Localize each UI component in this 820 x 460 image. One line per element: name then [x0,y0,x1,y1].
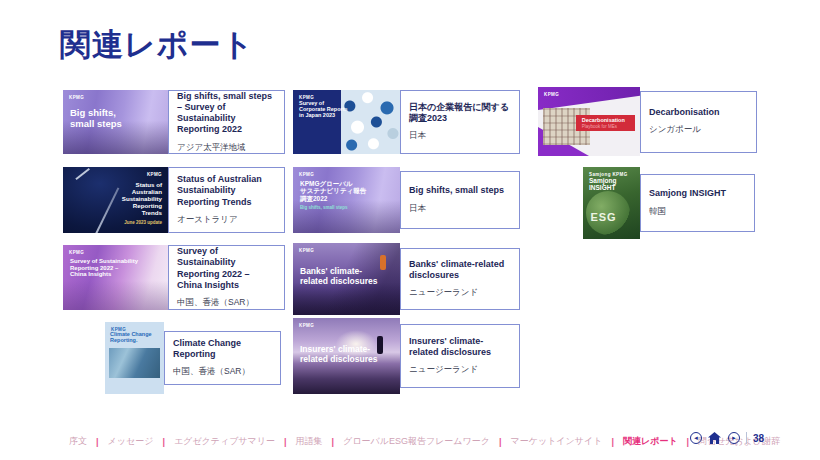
report-info: Survey of Sustainability Reporting 2022 … [168,245,285,310]
report-card-china-insights[interactable]: KPMGSurvey of SustainabilityReporting 20… [63,245,285,310]
cover-title: Status ofAustralianSustainabilityReporti… [122,182,162,225]
cover-title-line: KPMGグローバル [300,180,366,187]
report-cover-decarbonisation-sg: KPMGDecarbonisationPlaybook for MEs [538,87,640,156]
banner-title: Decarbonisation [582,117,635,123]
report-region: 中国、香港（SAR） [173,366,272,378]
report-title: Big shifts, small steps – Survey of Sust… [177,91,276,136]
home-icon [708,432,721,444]
footer-item-6[interactable]: マーケットインサイト [502,435,612,448]
report-cover-australia-trends: KPMGStatus ofAustralianSustainabilityRep… [63,167,168,233]
cover-title-line: サステナビリティ報告 [300,187,366,194]
cover-title-line: small steps [70,119,122,130]
page-number: 38 [753,433,764,444]
report-region: 中国、香港（SAR） [177,297,276,309]
footer-item-2[interactable]: メッセージ [99,435,163,448]
report-region: ニュージーランド [409,287,511,299]
report-card-samjong-insight[interactable]: Samjong KPMGSamjongINSIGHTESGSamjong INS… [583,167,755,239]
page-title: 関連レポート [60,24,254,66]
cover-title-line: in Japan 2023 [299,112,348,118]
report-title: 日本の企業報告に関する調査2023 [409,102,511,125]
cover-title-line: Reporting 2022 – [70,265,138,272]
home-button[interactable] [708,432,722,445]
report-cover-insurers-climate-nz: KPMGInsurers' climate-related disclosure… [293,318,400,394]
report-title: Status of Australian Sustainability Repo… [177,174,276,208]
cover-title-line: Survey of Sustainability [70,258,138,265]
cover-title-line: Trends [122,210,162,217]
cover-esg-text: ESG [590,211,616,223]
cover-subtitle: Big shifts, small steps [300,205,366,210]
brand-logo: KPMG [299,323,314,328]
report-card-insurers-climate-nz[interactable]: KPMGInsurers' climate-related disclosure… [293,318,520,394]
slide: 関連レポート KPMGBig shifts,small stepsBig shi… [0,0,820,460]
report-region: オーストラリア [177,214,276,226]
footer-divider [746,432,747,444]
report-region: シンガポール [649,124,748,136]
cover-title: KPMGグローバルサステナビリティ報告調査2022Big shifts, sma… [300,180,366,210]
report-cover-samjong-insight: Samjong KPMGSamjongINSIGHTESG [583,167,640,239]
footer-item-4[interactable]: 用語集 [287,435,332,448]
footer-item-5[interactable]: グローバルESG報告フレームワーク [334,435,499,448]
report-card-big-shifts-apac[interactable]: KPMGBig shifts,small stepsBig shifts, sm… [63,90,285,154]
report-title: Samjong INSIGHT [649,188,746,199]
report-region: 日本 [409,203,511,215]
person-figure [380,255,386,270]
report-cover-big-shifts-japan: KPMGKPMGグローバルサステナビリティ報告調査2022Big shifts,… [293,167,400,233]
report-cover-china-insights: KPMGSurvey of SustainabilityReporting 20… [63,245,168,310]
brand-logo: KPMG [299,172,314,177]
cover-title: SamjongINSIGHT [589,177,616,192]
footer-item-1[interactable]: 序文 [60,435,96,448]
report-card-japan-survey-2023[interactable]: KPMGSurvey ofCorporate Reportsin Japan 2… [293,90,520,154]
report-info: Samjong INSIGHT韓国 [640,174,755,232]
report-title: Climate Change Reporting [173,338,272,361]
report-info: 日本の企業報告に関する調査2023日本 [400,90,520,154]
report-region: 日本 [409,130,511,142]
report-region: 韓国 [649,206,746,218]
cover-title: Insurers' climate-related disclosures [300,345,377,364]
cover-title: Banks' climate-related disclosures [300,267,377,286]
footer-nav: 序文|メッセージ|エグゼクティブサマリー|用語集|グローバルESG報告フレームワ… [60,435,789,448]
report-card-banks-climate-nz[interactable]: KPMGBanks' climate-related disclosuresBa… [293,243,520,315]
report-info: Climate Change Reporting中国、香港（SAR） [164,331,281,385]
report-info: Banks' climate-related disclosuresニュージーラ… [400,248,520,310]
report-title: Big shifts, small steps [409,185,511,196]
footer-controls: ◄ ► 38 [690,430,764,446]
cover-title: Climate ChangeReporting. [110,331,152,343]
cover-title-line: related disclosures [300,277,377,287]
next-page-button[interactable]: ► [728,432,740,444]
brand-logo: KPMG [69,95,84,100]
cover-title-line: related disclosures [300,355,377,365]
cover-title-line: 調査2022 [300,195,366,202]
cover-title: Big shifts,small steps [70,108,122,129]
cover-title-line: INSIGHT [589,184,616,191]
report-cover-climate-change-hk: KPMGClimate ChangeReporting. [105,322,164,394]
person-figure [377,336,383,354]
cover-title-line: Reporting. [110,337,152,343]
prev-page-button[interactable]: ◄ [690,432,702,444]
report-cover-big-shifts-apac: KPMGBig shifts,small steps [63,90,168,154]
report-info: Big shifts, small steps日本 [400,171,520,229]
brand-logo: KPMG [147,172,162,177]
cover-title-line: Samjong [589,177,616,184]
footer-item-3[interactable]: エグゼクティブサマリー [165,435,284,448]
report-card-decarbonisation-sg[interactable]: KPMGDecarbonisationPlaybook for MEsDecar… [538,87,757,156]
report-region: アジア太平洋地域 [177,142,276,154]
report-card-big-shifts-japan[interactable]: KPMGKPMGグローバルサステナビリティ報告調査2022Big shifts,… [293,167,520,233]
footer-item-7[interactable]: 関連レポート [614,435,687,448]
report-title: Survey of Sustainability Reporting 2022 … [177,246,276,291]
cover-title: Survey ofCorporate Reportsin Japan 2023 [299,100,348,118]
cover-title-line: China Insights [70,271,138,278]
cover-subtitle: June 2023 update [122,220,162,225]
brand-logo: KPMG [69,250,84,255]
report-info: Status of Australian Sustainability Repo… [168,167,285,233]
report-info: Big shifts, small steps – Survey of Sust… [168,90,285,154]
report-cover-japan-survey-2023: KPMGSurvey ofCorporate Reportsin Japan 2… [293,90,400,154]
report-title: Decarbonisation [649,107,748,118]
report-info: Decarbonisationシンガポール [640,91,757,153]
report-card-climate-change-hk[interactable]: KPMGClimate ChangeReporting.Climate Chan… [105,322,281,394]
brand-logo: KPMG [299,248,314,253]
cover-title: Survey of SustainabilityReporting 2022 –… [70,258,138,278]
decarb-banner: DecarbonisationPlaybook for MEs [576,115,635,132]
report-card-australia-trends[interactable]: KPMGStatus ofAustralianSustainabilityRep… [63,167,285,233]
report-cover-banks-climate-nz: KPMGBanks' climate-related disclosures [293,243,400,315]
prev-arrow-icon: ◄ [693,435,699,441]
